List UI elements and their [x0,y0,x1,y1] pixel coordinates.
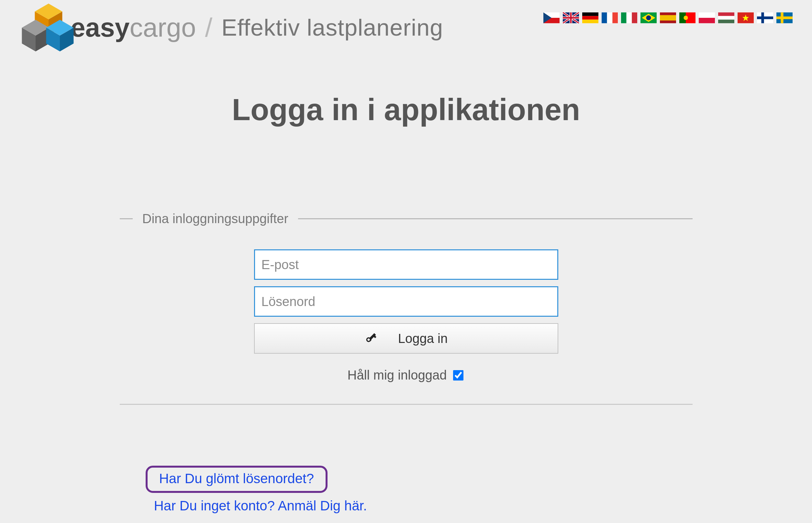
svg-rect-14 [621,12,626,23]
password-input[interactable] [254,286,558,317]
svg-rect-12 [607,12,612,23]
key-icon [364,331,379,345]
keep-logged-in-label: Håll mig inloggad [347,368,447,382]
brand-name: easycargo [71,12,196,43]
keep-logged-in-row[interactable]: Håll mig inloggad [254,368,558,382]
login-button[interactable]: Logga in [254,323,558,354]
logo-title: easycargo [23,10,196,45]
svg-rect-9 [582,16,599,19]
svg-rect-15 [626,12,632,23]
brand-separator: / [205,12,213,43]
svg-rect-34 [757,17,773,19]
svg-rect-29 [718,20,734,23]
fieldset-legend: Dina inloggningsuppgifter [143,212,288,226]
keep-logged-in-checkbox[interactable] [453,370,464,380]
flag-fr-icon[interactable] [602,12,618,23]
forgot-password-link[interactable]: Har Du glömt lösenordet? [159,471,314,486]
svg-rect-21 [660,15,676,21]
flag-hu-icon[interactable] [718,12,734,23]
login-form: Logga in Håll mig inloggad [254,249,558,382]
credentials-fieldset: Dina inloggningsuppgifter Logga in Håll … [120,212,693,382]
svg-rect-37 [776,17,793,19]
flag-es-icon[interactable] [660,12,676,23]
flag-de-icon[interactable] [582,12,599,23]
flag-pl-icon[interactable] [699,12,715,23]
svg-rect-28 [718,16,734,19]
flag-pt-icon[interactable] [679,12,696,23]
flag-vn-icon[interactable] [738,12,754,23]
logo-icon [23,10,65,45]
brand-name-part1: easy [71,13,130,42]
svg-rect-13 [612,12,618,23]
flag-cz-icon[interactable] [543,12,560,23]
fieldset-legend-row: Dina inloggningsuppgifter [120,212,693,226]
section-divider [120,404,693,405]
brand-block: easycargo / Effektiv lastplanering [23,10,443,45]
flag-it-icon[interactable] [621,12,637,23]
forgot-password-highlight: Har Du glömt lösenordet? [146,466,328,493]
svg-rect-26 [699,18,715,23]
svg-rect-10 [582,20,599,23]
signup-link[interactable]: Har Du inget konto? Anmäl Dig här. [154,498,367,513]
legend-dash-left [120,218,133,219]
language-flag-list [543,10,793,23]
email-input[interactable] [254,249,558,280]
svg-rect-8 [582,12,599,16]
page-title: Logga in i applikationen [0,92,812,127]
svg-rect-25 [699,12,715,18]
svg-point-19 [646,16,651,20]
brand-name-part2: cargo [130,13,196,42]
header: easycargo / Effektiv lastplanering [0,0,812,45]
svg-rect-11 [602,12,607,23]
legend-rule-right [298,218,693,219]
flag-fi-icon[interactable] [757,12,773,23]
login-button-label: Logga in [398,331,448,346]
svg-rect-7 [563,17,579,19]
svg-point-24 [683,16,688,20]
svg-rect-27 [718,12,734,16]
svg-rect-16 [632,12,637,23]
footer-links: Har Du glömt lösenordet? Har Du inget ko… [120,466,693,513]
flag-gb-icon[interactable] [563,12,579,23]
login-section: Dina inloggningsuppgifter Logga in Håll … [120,212,693,382]
flag-br-icon[interactable] [641,12,657,23]
flag-se-icon[interactable] [776,12,793,23]
brand-tagline: Effektiv lastplanering [221,14,443,41]
